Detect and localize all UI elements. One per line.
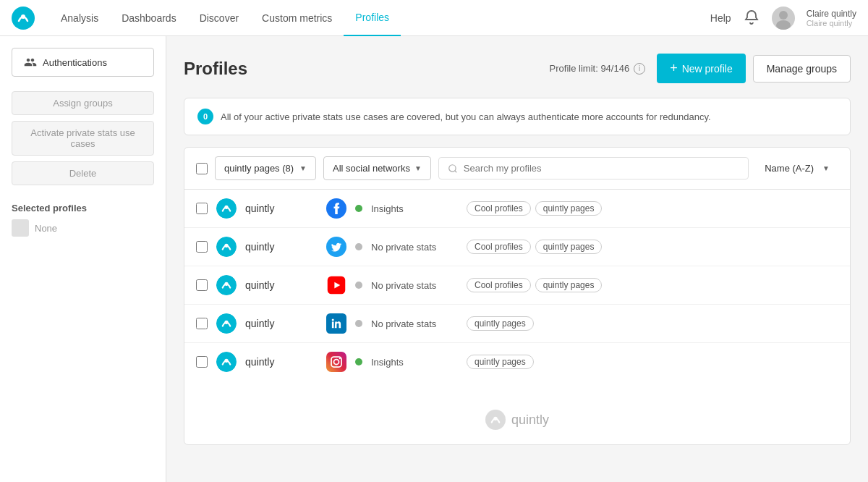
status-indicator: [355, 205, 362, 212]
profile-logo: [216, 352, 237, 372]
profile-logo: [216, 275, 237, 295]
table-toolbar: quintly pages (8) ▼ All social networks …: [184, 148, 850, 190]
nav-custom-metrics[interactable]: Custom metrics: [250, 0, 344, 36]
new-profile-button[interactable]: + New profile: [657, 54, 746, 83]
profile-tag[interactable]: quintly pages: [535, 278, 603, 292]
profile-logo: [216, 198, 237, 219]
nav-right: Help Claire quintly Claire quintly: [710, 7, 856, 30]
row-checkbox[interactable]: [196, 318, 208, 329]
profile-tags: Cool profilesquintly pages: [467, 201, 602, 216]
youtube-icon: [326, 275, 346, 295]
profile-tag[interactable]: quintly pages: [535, 240, 603, 254]
activate-cases-button[interactable]: Activate private stats use cases: [12, 121, 154, 156]
delete-button[interactable]: Delete: [12, 161, 154, 185]
nav-dashboards[interactable]: Dashboards: [110, 0, 188, 36]
selected-profiles-title: Selected profiles: [12, 203, 154, 213]
top-navigation: Analysis Dashboards Discover Custom metr…: [0, 0, 868, 36]
svg-point-20: [224, 359, 228, 363]
svg-point-3: [776, 20, 791, 30]
table-row: quintly No private stats Cool profilesqu…: [184, 266, 850, 305]
table-row: quintly No private stats Cool profilesqu…: [184, 228, 850, 266]
table-row: quintly No private stats quintly pages: [184, 305, 850, 343]
alert-banner: 0 All of your active private stats use c…: [184, 98, 851, 135]
manage-groups-button[interactable]: Manage groups: [753, 55, 851, 83]
plus-icon: +: [670, 61, 678, 76]
assign-groups-button[interactable]: Assign groups: [12, 91, 154, 115]
profile-limit: Profile limit: 94/146 i: [550, 63, 646, 75]
table-row: quintly Insights Cool profilesquintly pa…: [184, 190, 850, 228]
select-all-checkbox[interactable]: [196, 163, 208, 174]
profile-tag[interactable]: quintly pages: [467, 355, 534, 369]
help-link[interactable]: Help: [710, 12, 731, 24]
info-icon[interactable]: i: [634, 63, 645, 75]
user-info: Claire quintly Claire quintly: [807, 9, 856, 28]
profiles-table: quintly pages (8) ▼ All social networks …: [184, 147, 851, 445]
selected-none: None: [12, 219, 154, 237]
profile-tag[interactable]: Cool profiles: [467, 201, 531, 216]
sidebar: Authentications Assign groups Activate p…: [0, 36, 166, 482]
logo[interactable]: [12, 7, 35, 30]
status-indicator: [355, 320, 362, 327]
row-checkbox[interactable]: [196, 356, 208, 368]
row-checkbox[interactable]: [196, 241, 208, 253]
svg-point-17: [224, 321, 228, 324]
user-subname: Claire quintly: [807, 19, 856, 28]
chevron-down-icon-sort: ▼: [822, 164, 830, 172]
search-box[interactable]: [438, 157, 749, 179]
row-checkbox[interactable]: [196, 279, 208, 291]
profile-tags: Cool profilesquintly pages: [467, 278, 602, 292]
page-header: Profiles Profile limit: 94/146 i + New p…: [184, 54, 851, 83]
profile-tags: quintly pages: [467, 355, 534, 369]
stat-label: Insights: [371, 357, 443, 368]
profile-logo: [216, 313, 237, 334]
social-filter-dropdown[interactable]: All social networks ▼: [323, 156, 431, 180]
status-indicator: [355, 282, 362, 289]
twitter-icon: [326, 237, 346, 257]
profile-tag[interactable]: quintly pages: [467, 316, 534, 331]
nav-analysis[interactable]: Analysis: [49, 0, 110, 36]
authentications-button[interactable]: Authentications: [12, 48, 154, 77]
table-row: quintly Insights quintly pages: [184, 343, 850, 381]
svg-rect-21: [326, 352, 346, 372]
profile-name: quintly: [245, 241, 318, 253]
nav-profiles[interactable]: Profiles: [344, 0, 401, 36]
linkedin-icon: [326, 313, 346, 334]
svg-point-12: [224, 282, 228, 286]
footer-brand: quintly: [184, 381, 850, 444]
svg-point-24: [339, 358, 341, 359]
svg-point-6: [224, 206, 228, 209]
none-color-box: [12, 219, 29, 237]
none-label: None: [35, 223, 57, 234]
group-filter-dropdown[interactable]: quintly pages (8) ▼: [215, 156, 316, 180]
page-title: Profiles: [184, 59, 550, 79]
profile-rows: quintly Insights Cool profilesquintly pa…: [184, 190, 850, 381]
social-filter-label: All social networks: [333, 163, 410, 174]
profile-tag[interactable]: quintly pages: [535, 201, 603, 216]
sort-label: Name (A-Z): [765, 163, 814, 174]
sort-dropdown[interactable]: Name (A-Z) ▼: [756, 157, 838, 179]
svg-point-9: [224, 244, 228, 248]
profile-logo: [216, 237, 237, 257]
facebook-icon: [326, 198, 346, 219]
svg-point-2: [779, 11, 788, 20]
row-checkbox[interactable]: [196, 203, 208, 214]
svg-point-1: [21, 14, 25, 19]
avatar[interactable]: [772, 7, 795, 30]
profile-name: quintly: [245, 279, 318, 291]
profile-tags: quintly pages: [467, 316, 534, 331]
footer-logo-icon: [485, 410, 506, 430]
new-profile-label: New profile: [682, 63, 733, 75]
chevron-down-icon: ▼: [299, 164, 307, 172]
notifications-icon[interactable]: [743, 9, 760, 27]
main-content: Profiles Profile limit: 94/146 i + New p…: [166, 36, 868, 482]
nav-discover[interactable]: Discover: [188, 0, 250, 36]
profile-name: quintly: [245, 318, 318, 329]
stat-label: No private stats: [371, 242, 443, 253]
profile-tag[interactable]: Cool profiles: [467, 240, 531, 254]
footer-brand-name: quintly: [511, 413, 549, 428]
user-name: Claire quintly: [807, 9, 856, 19]
chevron-down-icon-social: ▼: [414, 164, 422, 172]
search-input[interactable]: [464, 163, 739, 174]
sidebar-actions: Assign groups Activate private stats use…: [12, 91, 154, 185]
profile-tag[interactable]: Cool profiles: [467, 278, 531, 292]
